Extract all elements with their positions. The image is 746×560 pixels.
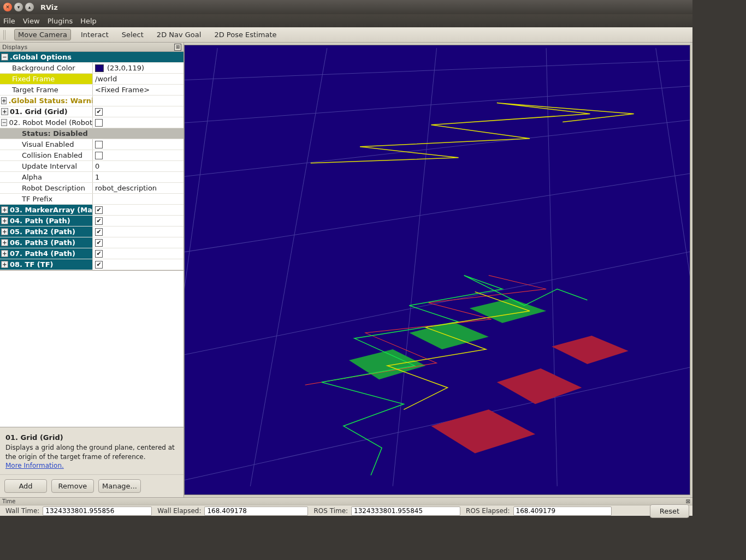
- displays-header: Displays ⊠: [0, 43, 183, 52]
- wall-elapsed-label: Wall Elapsed:: [157, 507, 201, 515]
- tree-global-options[interactable]: −.Global Options: [0, 52, 183, 63]
- ros-elapsed-label: ROS Elapsed:: [466, 507, 510, 515]
- wall-elapsed-input[interactable]: [204, 507, 308, 516]
- svg-line-3: [185, 169, 690, 257]
- prop-robot-description[interactable]: Robot Description robot_description: [0, 183, 183, 194]
- display-markerarray[interactable]: +03. MarkerArray (Ma ✔: [0, 205, 183, 216]
- display-path2[interactable]: +05. Path2 (Path) ✔: [0, 227, 183, 237]
- displays-tree[interactable]: −.Global Options Background Color (23,0,…: [0, 52, 183, 271]
- grid-lines: [185, 48, 690, 486]
- svg-line-6: [185, 48, 217, 486]
- checkbox[interactable]: ✔: [95, 108, 103, 116]
- description-title: 01. Grid (Grid): [5, 433, 178, 443]
- time-title: Time: [2, 498, 15, 504]
- collapse-icon[interactable]: −: [1, 119, 7, 126]
- description-panel: 01. Grid (Grid) Displays a grid along th…: [0, 427, 183, 474]
- display-robot-model[interactable]: −02. Robot Model (Robot: [0, 117, 183, 128]
- menubar: File View Plugins Help: [0, 14, 692, 27]
- marker-boxes: [349, 299, 629, 454]
- ros-elapsed-input[interactable]: [513, 507, 612, 516]
- expand-icon[interactable]: +: [1, 239, 8, 246]
- viewport-canvas: [185, 45, 690, 495]
- svg-line-7: [250, 48, 327, 486]
- displays-panel: Displays ⊠ −.Global Options Background C…: [0, 43, 184, 497]
- expand-icon[interactable]: +: [1, 250, 8, 257]
- prop-visual-enabled[interactable]: Visual Enabled: [0, 139, 183, 150]
- tree-empty-area: [0, 271, 183, 427]
- prop-update-interval[interactable]: Update Interval 0: [0, 161, 183, 172]
- checkbox[interactable]: [95, 141, 103, 148]
- path-yellow-upper: [311, 103, 634, 163]
- expand-icon[interactable]: +: [1, 217, 8, 224]
- svg-line-10: [656, 48, 690, 486]
- window-titlebar: ✕ ▾ ▴ RViz: [0, 0, 692, 14]
- menu-file[interactable]: File: [3, 17, 15, 25]
- display-tf[interactable]: +08. TF (TF) ✔: [0, 259, 183, 270]
- time-close-icon[interactable]: ⊠: [686, 498, 690, 504]
- checkbox[interactable]: [95, 119, 103, 127]
- tool-2d-nav-goal[interactable]: 2D Nav Goal: [153, 29, 205, 40]
- svg-marker-13: [470, 299, 546, 323]
- expand-icon[interactable]: +: [1, 108, 8, 115]
- remove-button[interactable]: Remove: [51, 479, 94, 493]
- description-more-link[interactable]: More Information.: [5, 462, 64, 469]
- 3d-viewport[interactable]: [184, 45, 690, 495]
- prop-collision-enabled[interactable]: Collision Enabled: [0, 150, 183, 161]
- checkbox[interactable]: ✔: [95, 239, 103, 247]
- display-path3[interactable]: +06. Path3 (Path) ✔: [0, 237, 183, 248]
- ros-time-label: ROS Time:: [313, 507, 348, 515]
- menu-plugins[interactable]: Plugins: [48, 17, 73, 25]
- display-path1[interactable]: +04. Path (Path) ✔: [0, 216, 183, 227]
- ros-time-input[interactable]: [351, 507, 460, 516]
- svg-marker-16: [552, 336, 628, 364]
- tool-interact[interactable]: Interact: [78, 29, 112, 40]
- checkbox[interactable]: ✔: [95, 261, 103, 269]
- expand-icon[interactable]: +: [1, 206, 8, 213]
- svg-line-9: [546, 48, 557, 486]
- svg-line-0: [185, 59, 690, 81]
- display-path4[interactable]: +07. Path4 (Path) ✔: [0, 248, 183, 259]
- checkbox[interactable]: ✔: [95, 206, 103, 214]
- prop-fixed-frame[interactable]: Fixed Frame /world: [0, 74, 183, 85]
- minimize-icon[interactable]: ▾: [14, 3, 23, 11]
- displays-button-row: Add Remove Manage...: [0, 474, 183, 497]
- wall-time-input[interactable]: [43, 507, 152, 516]
- tool-select[interactable]: Select: [119, 29, 147, 40]
- toolbar-grip-icon: [3, 30, 7, 40]
- manage-button[interactable]: Manage...: [98, 479, 141, 493]
- svg-line-1: [185, 84, 690, 124]
- menu-help[interactable]: Help: [80, 17, 97, 25]
- checkbox[interactable]: ✔: [95, 228, 103, 236]
- svg-marker-14: [431, 409, 535, 453]
- expand-icon[interactable]: +: [1, 97, 7, 104]
- prop-alpha[interactable]: Alpha 1: [0, 172, 183, 183]
- svg-line-5: [185, 360, 690, 486]
- tool-2d-pose-estimate[interactable]: 2D Pose Estimate: [211, 29, 280, 40]
- collapse-icon[interactable]: −: [1, 53, 8, 61]
- wall-time-label: Wall Time:: [5, 507, 39, 515]
- svg-line-8: [393, 48, 436, 486]
- add-button[interactable]: Add: [4, 479, 47, 493]
- checkbox[interactable]: ✔: [95, 217, 103, 225]
- tool-move-camera[interactable]: Move Camera: [14, 29, 71, 40]
- checkbox[interactable]: ✔: [95, 250, 103, 258]
- svg-marker-15: [497, 368, 582, 404]
- expand-icon[interactable]: +: [1, 261, 8, 268]
- window-title: RViz: [40, 3, 58, 11]
- close-icon[interactable]: ✕: [3, 3, 12, 11]
- displays-title: Displays: [2, 44, 27, 51]
- expand-icon[interactable]: +: [1, 228, 8, 235]
- display-grid[interactable]: +01. Grid (Grid) ✔: [0, 106, 183, 117]
- maximize-icon[interactable]: ▴: [25, 3, 34, 11]
- prop-background-color[interactable]: Background Color (23,0,119): [0, 63, 183, 74]
- menu-view[interactable]: View: [23, 17, 40, 25]
- checkbox[interactable]: [95, 152, 103, 159]
- displays-close-icon[interactable]: ⊠: [174, 44, 181, 51]
- prop-tf-prefix[interactable]: TF Prefix: [0, 194, 183, 205]
- tree-global-status[interactable]: +.Global Status: Warning: [0, 96, 183, 106]
- description-body: Displays a grid along the ground plane, …: [5, 443, 178, 461]
- time-panel: Time ⊠ Wall Time: Wall Elapsed: ROS Time…: [0, 497, 692, 516]
- reset-button[interactable]: Reset: [650, 504, 689, 518]
- prop-target-frame[interactable]: Target Frame <Fixed Frame>: [0, 85, 183, 96]
- toolbar: Move Camera Interact Select 2D Nav Goal …: [0, 27, 692, 43]
